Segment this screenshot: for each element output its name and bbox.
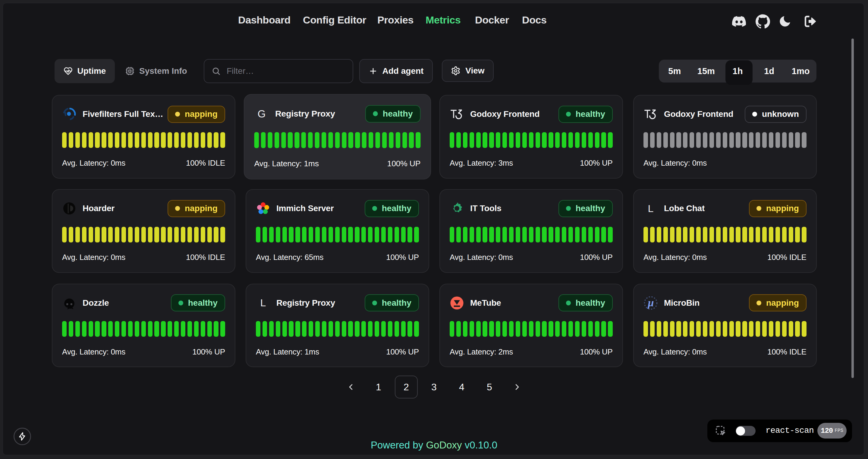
svg-text:μ: μ	[647, 297, 654, 309]
